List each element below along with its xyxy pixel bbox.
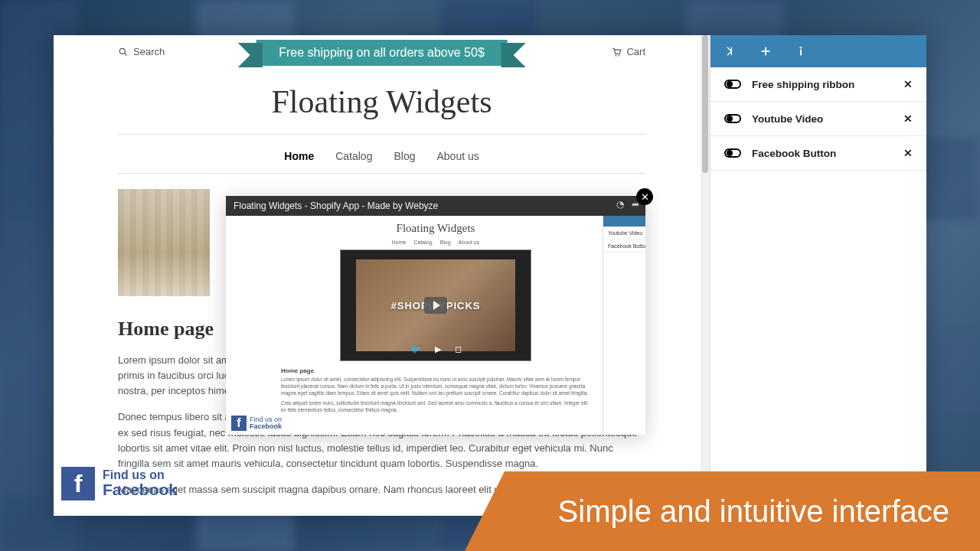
svg-point-0 bbox=[119, 48, 125, 54]
fb-line2: Facebook bbox=[103, 481, 178, 498]
widget-label: Free shipping ribbon bbox=[752, 79, 854, 90]
search-icon bbox=[118, 47, 129, 57]
divider bbox=[118, 134, 645, 135]
cart-icon bbox=[611, 47, 622, 57]
remove-widget-button[interactable]: ✕ bbox=[903, 147, 913, 159]
video-mini-heading: Home page bbox=[281, 367, 590, 374]
video-title: Floating Widgets - Shopify App - Made by… bbox=[234, 201, 438, 211]
watch-later-icon[interactable]: ◔ bbox=[616, 199, 624, 210]
video-body[interactable]: Floating Widgets Home Catalog Blog About… bbox=[226, 216, 645, 435]
ribbon-text: Free shipping on all orders above 50$ bbox=[256, 40, 508, 66]
widget-item-ribbon[interactable]: Free shipping ribbon ✕ bbox=[710, 67, 926, 102]
facebook-icon: f bbox=[231, 416, 247, 431]
toggle-icon[interactable] bbox=[724, 80, 741, 89]
video-mini-text: Lorem ipsum dolor sit amet, consectetur … bbox=[281, 376, 590, 396]
video-mini-widget-row: Facebook Button✕ bbox=[603, 240, 645, 253]
remove-widget-button[interactable]: ✕ bbox=[903, 78, 913, 90]
video-mini-sidebar-header bbox=[603, 216, 645, 227]
youtube-icon: ▶ bbox=[435, 344, 441, 354]
search-placeholder: Search bbox=[133, 46, 165, 57]
video-title-bar: Floating Widgets - Shopify App - Made by… bbox=[226, 196, 645, 216]
sidebar-header bbox=[710, 35, 926, 67]
svg-point-2 bbox=[616, 54, 617, 56]
toggle-icon[interactable] bbox=[724, 148, 741, 158]
add-widget-icon[interactable] bbox=[760, 45, 772, 57]
play-icon[interactable] bbox=[424, 297, 447, 314]
video-mini-widget-row: Youtube Video✕ bbox=[603, 227, 645, 240]
promo-banner: Simple and intuitive interface bbox=[505, 471, 980, 551]
nav-about[interactable]: About us bbox=[436, 150, 479, 162]
preview-scrollbar[interactable] bbox=[701, 35, 710, 516]
facebook-icon: f bbox=[61, 467, 95, 500]
remove-widget-button[interactable]: ✕ bbox=[903, 112, 913, 125]
video-mini-text: Cras aliquet lorem nunc, sollicitudin ti… bbox=[281, 399, 590, 413]
mini-facebook-badge[interactable]: f Find us on Facebook bbox=[228, 414, 285, 432]
toggle-icon[interactable] bbox=[724, 114, 741, 123]
facebook-badge[interactable]: f Find us on Facebook bbox=[61, 467, 178, 500]
instagram-icon: ◻ bbox=[455, 344, 462, 354]
fb-line1: Find us on bbox=[103, 469, 178, 482]
widget-item-youtube[interactable]: Youtube Video ✕ bbox=[710, 102, 926, 136]
cart-link[interactable]: Cart bbox=[611, 46, 645, 57]
svg-point-3 bbox=[619, 54, 620, 56]
widget-item-facebook[interactable]: Facebook Button ✕ bbox=[710, 136, 926, 171]
youtube-video-widget: ✕ Floating Widgets - Shopify App - Made … bbox=[226, 196, 645, 435]
store-preview-pane: Free shipping on all orders above 50$ Se… bbox=[54, 35, 710, 516]
video-thumbnail[interactable]: #SHOPIFYPICKS 🐦 ▶ ◻ bbox=[340, 249, 531, 361]
store-title: Floating Widgets bbox=[118, 83, 645, 120]
free-shipping-ribbon: Free shipping on all orders above 50$ bbox=[256, 40, 508, 66]
banner-text: Simple and intuitive interface bbox=[558, 494, 949, 529]
video-mini-sidebar: Youtube Video✕ Facebook Button✕ bbox=[603, 216, 645, 435]
svg-point-6 bbox=[800, 47, 802, 49]
svg-rect-7 bbox=[800, 50, 802, 55]
thumbnail-social-icons: 🐦 ▶ ◻ bbox=[410, 344, 462, 354]
cart-label: Cart bbox=[626, 46, 645, 57]
info-icon[interactable] bbox=[795, 45, 807, 57]
collapse-icon[interactable] bbox=[724, 45, 737, 57]
widget-label: Youtube Video bbox=[752, 113, 823, 125]
video-mini-title: Floating Widgets bbox=[272, 222, 599, 235]
svg-line-1 bbox=[125, 53, 127, 55]
twitter-icon: 🐦 bbox=[410, 344, 421, 354]
widget-sidebar: Free shipping ribbon ✕ Youtube Video ✕ F… bbox=[710, 35, 926, 516]
app-window: Free shipping on all orders above 50$ Se… bbox=[54, 35, 926, 516]
video-close-button[interactable]: ✕ bbox=[636, 188, 653, 205]
hero-image bbox=[118, 189, 210, 296]
main-nav: Home Catalog Blog About us bbox=[118, 144, 645, 174]
nav-catalog[interactable]: Catalog bbox=[335, 150, 372, 162]
video-mini-nav: Home Catalog Blog About us bbox=[272, 240, 599, 245]
nav-blog[interactable]: Blog bbox=[394, 150, 415, 162]
widget-label: Facebook Button bbox=[752, 148, 836, 159]
nav-home[interactable]: Home bbox=[284, 150, 314, 162]
search-box[interactable]: Search bbox=[118, 46, 165, 57]
